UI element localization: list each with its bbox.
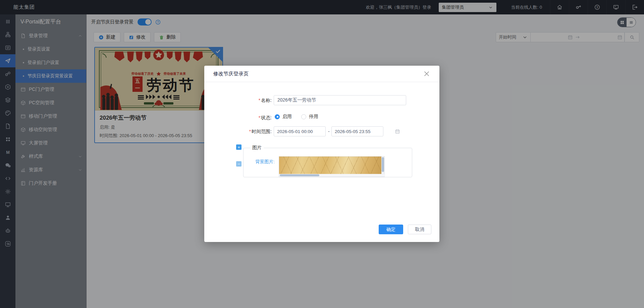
range-separator: -: [328, 129, 330, 134]
calendar-icon[interactable]: [395, 129, 400, 134]
cancel-button[interactable]: 取消: [408, 225, 431, 234]
app-screen: 能太集团 欢迎，张三枫（集团管理员）登录 集团管理员 当前在线人数: 0: [0, 0, 644, 308]
add-image-group-button[interactable]: +: [236, 144, 241, 150]
range-end-input[interactable]: [334, 129, 395, 134]
background-image-thumbnail: [279, 157, 381, 174]
image-group: 图片 背景图片:: [243, 145, 412, 177]
modal-header: 修改节庆登录页: [204, 66, 439, 82]
status-radio-group: 启用 停用: [275, 114, 318, 120]
edit-festival-modal: 修改节庆登录页 *名称: *状态: 启用 停用 *时间范围:: [204, 66, 439, 242]
radio-disabled[interactable]: 停用: [301, 114, 318, 120]
background-image-preview[interactable]: [279, 156, 385, 177]
background-image-label: 背景图片:: [255, 159, 275, 165]
horizontal-scrollbar[interactable]: [279, 174, 385, 177]
radio-enabled[interactable]: 启用: [275, 114, 292, 120]
radio-dot-icon: [275, 114, 280, 119]
radio-dot-icon: [301, 114, 306, 119]
name-input[interactable]: [274, 95, 406, 105]
horizontal-scrollbar-thumb[interactable]: [280, 174, 319, 176]
confirm-button[interactable]: 确定: [379, 225, 403, 234]
name-label: *名称:: [206, 98, 272, 104]
modal-title: 修改节庆登录页: [213, 71, 423, 77]
modal-footer: 确定 取消: [204, 223, 439, 238]
vertical-scrollbar-thumb[interactable]: [382, 157, 384, 172]
image-group-legend: 图片: [250, 145, 264, 151]
range-end-picker: [331, 126, 383, 136]
close-icon[interactable]: [423, 70, 430, 77]
range-start-picker: [274, 126, 326, 136]
status-label: *状态:: [206, 115, 272, 121]
vertical-scrollbar[interactable]: [381, 157, 384, 174]
time-range-label: *时间范围:: [206, 129, 272, 135]
remove-image-group-button[interactable]: −: [236, 161, 241, 167]
